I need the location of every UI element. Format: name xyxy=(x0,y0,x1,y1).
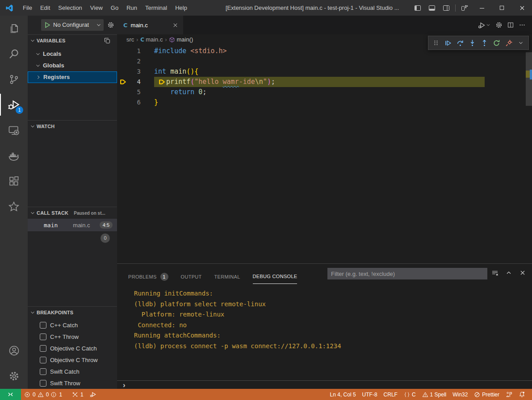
line-number[interactable]: 2 xyxy=(117,56,141,67)
console-filter-input[interactable] xyxy=(327,268,487,279)
close-tab-icon[interactable] xyxy=(172,22,179,29)
menu-view[interactable]: View xyxy=(86,0,107,16)
variables-item-locals[interactable]: Locals xyxy=(28,48,117,60)
checkbox[interactable] xyxy=(40,368,46,375)
watch-header[interactable]: WATCH xyxy=(28,121,117,132)
step-out-button[interactable] xyxy=(479,37,490,49)
run-settings-gear[interactable] xyxy=(495,21,503,29)
platform-indicator[interactable]: Win32 xyxy=(449,389,471,400)
breakpoint-row: Objective C Catch xyxy=(28,342,117,354)
activity-bar: 1 xyxy=(0,16,28,389)
toggle-sidebar-button[interactable] xyxy=(411,0,425,16)
breadcrumb-folder[interactable]: src xyxy=(126,36,134,43)
notifications-button[interactable] xyxy=(515,389,528,400)
code-line[interactable]: 2 xyxy=(117,56,532,67)
menu-run[interactable]: Run xyxy=(122,0,141,16)
code-line[interactable]: 3 int main(){ xyxy=(117,67,532,77)
breadcrumb-file[interactable]: main.c xyxy=(146,36,163,43)
line-number[interactable]: 5 xyxy=(117,87,141,97)
formatter-status[interactable]: Prettier xyxy=(471,389,503,400)
editor-group: C main.c src › C main.c › main() 1 xyxy=(117,16,532,389)
maximize-panel-button[interactable] xyxy=(505,269,512,276)
debug-toolbar-chevron[interactable] xyxy=(515,37,527,49)
checkbox[interactable] xyxy=(40,345,46,352)
split-editor-button[interactable] xyxy=(507,21,514,29)
launch-config-dropdown[interactable]: No Configurat xyxy=(41,19,104,31)
tab-terminal[interactable]: TERMINAL xyxy=(214,269,240,284)
tab-output[interactable]: OUTPUT xyxy=(181,269,202,284)
start-debug-icon[interactable] xyxy=(44,21,50,28)
code-editor[interactable]: 1 #include <stdio.h> 2 3 int main(){ 4 xyxy=(117,45,532,263)
checkbox[interactable] xyxy=(40,322,46,329)
breadcrumb-symbol[interactable]: main() xyxy=(176,36,193,43)
source-control-icon xyxy=(8,74,20,85)
drag-handle[interactable] xyxy=(430,37,441,49)
variables-item-globals[interactable]: Globals xyxy=(28,60,117,71)
line-number[interactable]: 3 xyxy=(117,67,141,77)
debug-settings-gear[interactable] xyxy=(107,21,114,29)
maximize-button[interactable] xyxy=(492,0,512,16)
activity-extensions[interactable] xyxy=(0,168,28,194)
toggle-panel-button[interactable] xyxy=(425,0,439,16)
activity-remote-explorer[interactable] xyxy=(0,117,28,143)
copy-icon[interactable] xyxy=(104,37,111,44)
tab-problems[interactable]: PROBLEMS1 xyxy=(128,269,168,284)
checkbox[interactable] xyxy=(40,380,46,387)
line-number[interactable]: 6 xyxy=(117,97,141,108)
menu-edit[interactable]: Edit xyxy=(36,0,54,16)
menu-terminal[interactable]: Terminal xyxy=(141,0,171,16)
menu-selection[interactable]: Selection xyxy=(54,0,86,16)
close-panel-button[interactable] xyxy=(519,269,526,276)
pause-status-text: Paused on st... xyxy=(74,211,105,216)
checkbox[interactable] xyxy=(40,333,46,340)
activity-explorer[interactable] xyxy=(0,16,28,41)
tab-main-c[interactable]: C main.c xyxy=(117,16,183,34)
continue-button[interactable] xyxy=(442,37,453,49)
checkbox[interactable] xyxy=(40,357,46,363)
step-into-button[interactable] xyxy=(467,37,478,49)
spell-checker-status[interactable]: 1 Spell xyxy=(419,389,450,400)
menu-file[interactable]: File xyxy=(19,0,36,16)
problems-badge: 1 xyxy=(160,273,168,281)
activity-docker[interactable] xyxy=(0,143,28,168)
clear-console-button[interactable] xyxy=(491,269,498,276)
debug-session-status[interactable] xyxy=(87,389,100,400)
tab-debug-console[interactable]: DEBUG CONSOLE xyxy=(253,269,297,284)
activity-source-control[interactable] xyxy=(0,67,28,92)
more-actions-button[interactable] xyxy=(519,21,526,29)
customize-layout-button[interactable] xyxy=(457,0,472,16)
tools-status[interactable]: 1 xyxy=(69,389,87,400)
console-input-row[interactable]: › xyxy=(117,380,532,389)
menu-help[interactable]: Help xyxy=(171,0,191,16)
activity-favorites[interactable] xyxy=(0,194,28,219)
close-window-button[interactable] xyxy=(512,0,532,16)
remote-indicator[interactable] xyxy=(0,389,21,400)
variables-item-registers[interactable]: Registers xyxy=(28,71,117,83)
language-mode[interactable]: C xyxy=(401,389,419,400)
cursor-position[interactable]: Ln 4, Col 5 xyxy=(327,389,359,400)
breakpoints-header[interactable]: BREAKPOINTS xyxy=(28,307,117,318)
code-line-current[interactable]: 4 printf("hello wamr-ide\n"); xyxy=(117,77,532,87)
run-or-debug-button[interactable] xyxy=(478,21,491,29)
code-line[interactable]: 5 return 0; xyxy=(117,87,532,97)
stack-frame-row[interactable]: main main.c 4:5 xyxy=(28,219,117,231)
eol-indicator[interactable]: CRLF xyxy=(381,389,401,400)
activity-search[interactable] xyxy=(0,41,28,67)
console-line: Running attachCommands: xyxy=(134,330,532,341)
toggle-secondary-sidebar-button[interactable] xyxy=(439,0,453,16)
prompt-chevron-icon: › xyxy=(123,381,126,389)
accounts-button[interactable] xyxy=(0,338,28,363)
menu-go[interactable]: Go xyxy=(107,0,122,16)
restart-button[interactable] xyxy=(491,37,502,49)
feedback-button[interactable] xyxy=(503,389,515,400)
call-stack-header[interactable]: CALL STACK Paused on st... xyxy=(28,207,117,219)
code-line[interactable]: 6 } xyxy=(117,97,532,108)
line-number[interactable]: 1 xyxy=(117,46,141,56)
manage-button[interactable] xyxy=(0,363,28,389)
step-over-button[interactable] xyxy=(455,37,466,49)
problems-status[interactable]: 0 0 1 xyxy=(21,389,65,400)
minimize-button[interactable] xyxy=(472,0,492,16)
disconnect-button[interactable] xyxy=(503,37,515,49)
encoding-indicator[interactable]: UTF-8 xyxy=(359,389,381,400)
activity-run-and-debug[interactable]: 1 xyxy=(0,92,28,117)
